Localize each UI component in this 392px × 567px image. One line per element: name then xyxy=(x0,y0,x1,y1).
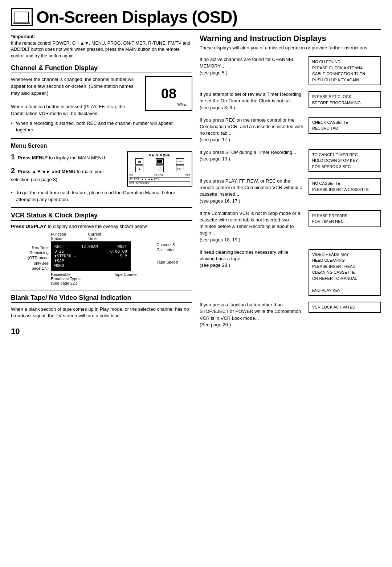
warning-item-4: If you press PLAY, FF, REW, or REC on th… xyxy=(200,178,381,204)
blank-tape-section: Blank Tape/ No Video Signal Indication W… xyxy=(11,294,192,319)
osd-box-7: VCR LOCK ACTIVATED xyxy=(309,302,381,313)
osd-box-2: CHECK CASSETTERECORD TAB xyxy=(309,117,381,134)
osd-box-5: PLEASE PREPAREFOR TIMER REC xyxy=(309,210,381,227)
label-receivable: ReceivableBroadcast Types(See page 22.) xyxy=(51,272,81,285)
warning-text-0: If no active channels are found for CHAN… xyxy=(200,56,303,76)
warning-text-3: If you press STOP during a Timer Recordi… xyxy=(200,149,303,162)
screen-counter: 0:00:00 xyxy=(110,249,127,254)
osd-box-6: VIDEO HEADS MAYNEED CLEANINGPLEASE INSER… xyxy=(309,249,381,296)
menu-screen-section: Menu Screen 1 Press MENU* to display the… xyxy=(11,143,192,203)
menu-icon-tv: 📺 xyxy=(135,158,143,165)
channel-function-section: Channel & Function Display Whenever the … xyxy=(11,64,192,133)
warning-title: Warning and Instruction Displays xyxy=(200,34,381,43)
page-header: On-Screen Displays (OSD) xyxy=(11,7,381,30)
important-text: If the remote control POWER, CH ▲▼, MENU… xyxy=(11,41,190,58)
logo-box xyxy=(11,8,33,26)
warning-item-3: If you press STOP during a Timer Recordi… xyxy=(200,149,381,172)
menu-exit-label: EXIT xyxy=(184,174,190,176)
warning-text-1: If you attempt to set or review a Timer … xyxy=(200,91,303,111)
menu-icon-clock: 🕐 xyxy=(156,166,164,172)
warning-text-2: If you press REC on the remote control o… xyxy=(200,117,303,143)
menu-title-bar: MAIN MENU xyxy=(129,154,190,157)
warning-item-5: If the Combination VCR is not in Stop mo… xyxy=(200,210,381,243)
blank-tape-title: Blank Tape/ No Video Signal Indication xyxy=(11,294,192,303)
menu-icon-language: LANG xyxy=(176,158,184,165)
channel-bullet: When a recording is started, both REC an… xyxy=(11,120,192,133)
menu-icon-exit: EXIT xyxy=(176,166,184,172)
warning-item-2: If you press REC on the remote control o… xyxy=(200,117,381,143)
page-title: On-Screen Displays (OSD) xyxy=(36,7,237,27)
warning-description: These displays will alert you of a misse… xyxy=(200,45,381,51)
screen-rec: REC xyxy=(54,244,62,249)
channel-label: WNET xyxy=(177,102,188,106)
menu-select: SELECT : ▲ ▼ ◄ ► KEY xyxy=(129,178,159,180)
channel-number: 08 xyxy=(161,87,176,101)
screen-sap: ♦SAP xyxy=(54,258,64,263)
main-menu-box: MAIN MENU 📺 LANG ▲ 🕐 EXIT CH xyxy=(127,151,192,187)
page-number: 10 xyxy=(11,327,192,336)
svg-point-3 xyxy=(161,163,162,164)
screen-otr: 0:25 xyxy=(54,249,64,254)
channel-screen: 08 WNET xyxy=(145,76,192,111)
label-function-status: FunctionStatus xyxy=(51,232,66,241)
screen-time: 12:00AM xyxy=(81,244,98,249)
vcr-diagram: FunctionStatus CurrentTime Rec TimeRemai… xyxy=(11,232,192,285)
display-rest: to display and remove the overlay shown … xyxy=(48,224,148,229)
important-label: *Important: xyxy=(11,34,35,39)
display-bold: Press DISPLAY xyxy=(11,224,46,229)
screen-mono: MONO xyxy=(54,263,64,268)
vcr-screen: REC 12:00AM WNET 0:25 0:00:00 ♦STEREO ← … xyxy=(51,241,131,271)
channel-function-title: Channel & Function Display xyxy=(11,64,192,73)
step1-text-rest: to display the MAIN MENU. xyxy=(49,155,106,160)
menu-set: SET : MENU KEY xyxy=(129,182,150,184)
osd-box-3: TO CANCEL TIMER RECHOLD DOWN STOP KEYFOR… xyxy=(309,149,381,172)
osd-box-4: NO CASSETTEPLEASE INSERT A CASSETTE xyxy=(309,178,381,195)
menu-clock-label: CLOCK xyxy=(154,174,163,176)
warning-item-7: If you press a function button other tha… xyxy=(200,302,381,328)
label-tape-speed: Tape Speed xyxy=(156,260,178,265)
osd-box-0: NO CH FOUNDPLEASE CHECK ANTENNACABLE CON… xyxy=(309,56,381,85)
screen-wnet: WNET xyxy=(117,244,127,249)
warning-items-container: If no active channels are found for CHAN… xyxy=(200,56,381,328)
channel-function-text: Whenever the channel is changed, the cha… xyxy=(11,76,140,117)
step1-num: 1 xyxy=(11,153,15,161)
channel-text2: When a function button is pressed (PLAY,… xyxy=(11,104,125,116)
label-rec-time: Rec TimeRemaining(OTR modeonly seepage 1… xyxy=(11,245,49,271)
warning-section: Warning and Instruction Displays These d… xyxy=(200,34,381,328)
warning-item-6: If head cleaning becomes necessary while… xyxy=(200,249,381,296)
important-note: *Important: If the remote control POWER,… xyxy=(11,34,192,59)
label-channel-call: Channel &Call Letter xyxy=(156,242,178,253)
vcr-clock-title: VCR Status & Clock Display xyxy=(11,212,192,221)
menu-icon-vcr xyxy=(156,158,164,165)
screen-slp: SLP xyxy=(120,254,127,258)
vcr-clock-section: VCR Status & Clock Display Press DISPLAY… xyxy=(11,212,192,285)
screen-stereo: ♦STEREO ← xyxy=(54,254,76,258)
blank-tape-text: When a blank section of tape comes up in… xyxy=(11,306,192,319)
channel-text1: Whenever the channel is changed, the cha… xyxy=(11,77,134,96)
right-column: Warning and Instruction Displays These d… xyxy=(200,34,381,336)
menu-ch-label: CH xyxy=(129,174,133,176)
warning-text-5: If the Combination VCR is not in Stop mo… xyxy=(200,210,303,243)
warning-text-7: If you press a function button other tha… xyxy=(200,302,303,328)
step2-num: 2 xyxy=(11,167,15,175)
menu-screen-title: Menu Screen xyxy=(11,143,192,149)
step2-bold: Press ▲▼◄► and MENU xyxy=(18,169,75,174)
step1-text: Press MENU* xyxy=(18,155,48,160)
osd-box-1: PLEASE SET CLOCKBEFORE PROGRAMMING xyxy=(309,91,381,108)
label-current-time: CurrentTime xyxy=(88,232,101,241)
label-tape-counter: Tape Counter xyxy=(114,272,138,285)
menu-icon-arrow: ▲ xyxy=(135,166,143,172)
warning-item-0: If no active channels are found for CHAN… xyxy=(200,56,381,85)
menu-bullet: To get the most from each feature, pleas… xyxy=(11,189,192,203)
warning-text-6: If head cleaning becomes necessary while… xyxy=(200,249,303,269)
warning-item-1: If you attempt to set or review a Timer … xyxy=(200,91,381,111)
svg-point-2 xyxy=(158,163,159,164)
warning-text-4: If you press PLAY, FF, REW, or REC on th… xyxy=(200,178,303,204)
left-column: *Important: If the remote control POWER,… xyxy=(11,34,192,336)
